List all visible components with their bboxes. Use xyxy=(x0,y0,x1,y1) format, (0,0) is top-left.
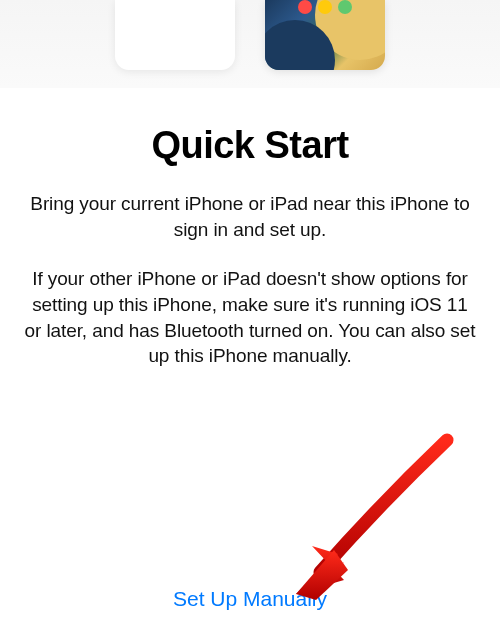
content-area: Quick Start Bring your current iPhone or… xyxy=(0,88,500,369)
page-title: Quick Start xyxy=(22,124,478,167)
dot-icon xyxy=(338,0,352,14)
app-dots xyxy=(298,0,352,14)
phone-illustration-left xyxy=(115,0,235,70)
instruction-text-2: If your other iPhone or iPad doesn't sho… xyxy=(22,266,478,369)
dot-icon xyxy=(298,0,312,14)
phone-illustration-right xyxy=(265,0,385,70)
dot-icon xyxy=(318,0,332,14)
hero-illustration xyxy=(0,0,500,88)
annotation-arrow-icon xyxy=(272,432,472,612)
instruction-text-1: Bring your current iPhone or iPad near t… xyxy=(22,191,478,242)
set-up-manually-button[interactable]: Set Up Manually xyxy=(0,587,500,611)
